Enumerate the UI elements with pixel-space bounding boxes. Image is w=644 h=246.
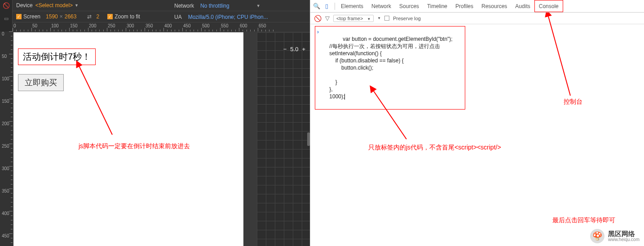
device-selector[interactable]: Device <Select model> ▼ [16, 2, 79, 9]
ruler-vtick: 300 [2, 166, 9, 171]
ruler-vtickline [9, 233, 13, 234]
ruler-vtick: 350 [2, 189, 9, 193]
preserve-log-checkbox[interactable] [384, 16, 389, 21]
tab-elements[interactable]: Elements [337, 0, 367, 12]
tab-audits[interactable]: Audits [511, 0, 534, 12]
ua-label: UA [174, 14, 182, 20]
checkbox-icon[interactable]: ✓ [107, 14, 113, 19]
tab-network[interactable]: Network [367, 0, 395, 12]
ruler-vtickline [9, 211, 13, 211]
ruler-vtick: 450 [2, 233, 9, 238]
buy-button[interactable]: 立即购买 [18, 74, 64, 91]
search-icon[interactable]: 🔍 [313, 3, 320, 10]
ruler-vtick: 0 [2, 31, 4, 36]
ruler-tickline [88, 28, 88, 31]
chevron-down-icon[interactable]: ▼ [377, 16, 381, 20]
device-icon[interactable]: ▯ [323, 3, 330, 10]
ruler-vtick: 400 [2, 211, 9, 216]
ruler-tick: 300 [127, 23, 134, 28]
ruler-tickline [50, 28, 51, 31]
countdown-text: 活动倒计时7秒！ [18, 48, 96, 65]
ruler-tick: 500 [202, 23, 210, 28]
network-value: No throttling [200, 3, 229, 9]
tab-console[interactable]: Console [534, 0, 563, 12]
swap-group[interactable]: ⇄ 2 [84, 13, 99, 20]
screen-sep: × [60, 13, 63, 20]
chevron-down-icon: ▼ [75, 3, 79, 8]
ruler-tick: 200 [89, 23, 97, 28]
network-selector[interactable]: Network No throttling ▼ [174, 0, 260, 11]
frame-value: <top frame> [336, 16, 363, 21]
console-subbar: 🚫 ▽ <top frame> ▼ ▼ Preserve log [310, 13, 644, 24]
device-label: Device [16, 2, 33, 9]
clear-icon[interactable]: 🚫 [314, 15, 322, 22]
swap-icon[interactable]: ⇄ [87, 13, 93, 20]
emulated-page[interactable]: 活动倒计时7秒！ 立即购买 [13, 32, 243, 246]
ruler-vtick: 250 [2, 144, 9, 149]
ruler-tick: 600 [240, 23, 247, 28]
ua-group[interactable]: UA Mozilla/5.0 (iPhone; CPU iPhon... [174, 11, 268, 22]
ruler-tickline [201, 28, 202, 31]
frame-selector[interactable]: <top frame> ▼ [333, 15, 374, 22]
ruler-tick: 0 [13, 23, 16, 28]
viewport: 活动倒计时7秒！ 立即购买 − 5.0 + [13, 31, 310, 246]
cursor [344, 94, 345, 100]
ruler-tickline [31, 28, 32, 31]
watermark: 🍄 黑区网络 www.heiqu.com [590, 229, 640, 243]
tab-resources[interactable]: Resources [477, 0, 511, 12]
no-icon[interactable]: 🚫 [0, 0, 13, 11]
chevron-down-icon: ▼ [367, 17, 371, 21]
ruler-tick: 100 [51, 23, 59, 28]
zoom-value: 5.0 [290, 46, 298, 53]
ruler-vtick: 150 [2, 99, 9, 104]
ruler-tick: 650 [259, 23, 266, 28]
zoom-label: Zoom to fit [115, 13, 140, 20]
console-input[interactable]: ›var button = document.getElementById("b… [315, 26, 465, 110]
ruler-vtickline [9, 144, 13, 144]
tab-timeline[interactable]: Timeline [423, 0, 451, 12]
devtools-tabs: 🔍 ▯ Elements Network Sources Timeline Pr… [310, 0, 644, 13]
screen-width[interactable]: 1590 [46, 13, 58, 20]
ua-value[interactable]: Mozilla/5.0 (iPhone; CPU iPhon... [188, 14, 268, 20]
code-content: var button = document.getElementById("bt… [323, 36, 453, 100]
ruler-tickline [13, 28, 13, 31]
ruler-vtickline [9, 54, 13, 54]
tab-sources[interactable]: Sources [395, 0, 423, 12]
tab-profiles[interactable]: Profiles [451, 0, 477, 12]
screen-group[interactable]: ✓ Screen 1590 × 2663 [16, 13, 76, 20]
zoom-group[interactable]: ✓ Zoom to fit [107, 13, 143, 20]
console-area[interactable]: ›var button = document.getElementById("b… [310, 24, 644, 246]
checkbox-icon[interactable]: ✓ [16, 14, 22, 19]
ruler-tickline [107, 28, 107, 31]
ruler-tickline [126, 28, 126, 31]
ruler-tick: 450 [183, 23, 191, 28]
ruler-vtickline [9, 121, 13, 122]
device-toolbar: Device <Select model> ▼ Network No throt… [13, 0, 310, 22]
ruler-vtickline [9, 31, 13, 32]
ruler-vtick: 100 [2, 76, 9, 81]
vertical-ruler: 050100150200250300350400450 [0, 31, 13, 246]
zoom-control[interactable]: − 5.0 + [283, 46, 305, 53]
watermark-url: www.heiqu.com [608, 237, 640, 242]
ruler-tickline [163, 28, 164, 31]
screen-height[interactable]: 2663 [65, 13, 77, 20]
dpr-value[interactable]: 2 [96, 13, 99, 20]
watermark-logo-icon: 🍄 [590, 229, 604, 243]
zoom-out-icon[interactable]: − [283, 46, 287, 53]
ruler-vtickline [9, 99, 13, 99]
ruler-tickline [258, 28, 258, 31]
ruler-tick: 350 [146, 23, 153, 28]
filter-icon[interactable]: ▽ [325, 15, 330, 22]
ruler-vtickline [9, 189, 13, 189]
ruler-tickline [182, 28, 183, 31]
ruler-tick: 250 [108, 23, 115, 28]
devtools-panel: 🔍 ▯ Elements Network Sources Timeline Pr… [310, 0, 644, 246]
ruler-vtickline [9, 166, 13, 167]
zoom-in-icon[interactable]: + [302, 46, 305, 53]
device-mode-panel: 🚫 ▭ Device <Select model> ▼ Network No t… [0, 0, 310, 246]
tool-icon[interactable]: ▭ [0, 13, 13, 24]
chevron-down-icon: ▼ [256, 4, 260, 8]
toolbar-row-1: Device <Select model> ▼ Network No throt… [13, 0, 310, 11]
ruler-tickline [69, 28, 70, 31]
ruler-tick: 550 [221, 23, 229, 28]
